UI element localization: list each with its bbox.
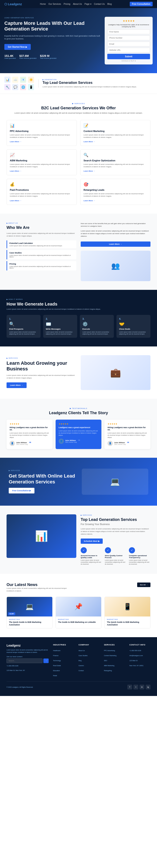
paid-learn-more[interactable]: Learn More → <box>10 200 74 202</box>
footer-link-content[interactable]: Content Marketing <box>104 655 116 656</box>
ppc-desc: Lorem ipsum dolor sit amet consectetur a… <box>10 134 74 138</box>
nav-link-page[interactable]: Page ▾ <box>85 3 91 5</box>
nav-link-about[interactable]: About Us <box>73 3 82 5</box>
form-tagline: Leadgenz help increased the sales of an … <box>107 24 150 28</box>
footer-link-about[interactable]: About Us <box>78 650 85 651</box>
abm-learn-more[interactable]: Learn More → <box>10 170 74 172</box>
who-right-content: Here are some of the benefits that you w… <box>81 222 151 281</box>
nav-link-home[interactable]: Home <box>40 3 46 5</box>
news-body-1: MARKETING The Quick Guide to B2B Marketi… <box>7 617 52 628</box>
content-learn-more[interactable]: Learn More → <box>83 141 147 143</box>
s2-feature-3: ✓ Complete operational Transparency Lore… <box>129 547 151 565</box>
social-instagram[interactable]: ig <box>146 685 151 689</box>
paid-icon: 💰 <box>10 182 74 187</box>
footer-col-company: Company About Us Case Studies Blog Caree… <box>78 644 100 677</box>
form-firstname-input[interactable] <box>107 29 150 34</box>
footer-link-technology[interactable]: Technology <box>53 660 61 661</box>
s2-feature-3-icon: ✓ <box>129 547 135 553</box>
footer-link-retargeting[interactable]: Retargeting <box>104 670 112 671</box>
logo-icon: ⬡ <box>4 2 7 6</box>
social-twitter[interactable]: t <box>133 685 138 689</box>
news-img-2: 📌 <box>56 597 101 617</box>
nav-cta-button[interactable]: Free Consultation <box>130 2 153 6</box>
form-stars-row: ★★★★★ <box>107 20 150 23</box>
paid-desc: Lorem ipsum dolor sit amet consectetur a… <box>10 192 74 197</box>
cta-button[interactable]: Free Consultation ▶ <box>9 488 34 493</box>
nav-link-services[interactable]: Our Services <box>48 3 61 5</box>
form-website-input[interactable] <box>107 48 150 53</box>
footer-link-blog[interactable]: Blog <box>78 660 82 661</box>
s2-subtitle: For Growing Your Business <box>81 523 151 525</box>
icon-box-5: 🔧 <box>4 84 10 90</box>
b2c-desc: Lorem ipsum dolor sit amet consectetur a… <box>6 112 151 115</box>
footer-link-seo[interactable]: SEO <box>104 660 107 661</box>
footer-link-education[interactable]: Education <box>53 670 60 671</box>
footer-link-finance[interactable]: Finance <box>53 655 58 656</box>
news-card-2: 📌 MARKETING The Guide to B2B Marketing o… <box>56 597 102 628</box>
s2-features: ✓ Assured Increase in Quality Leads Lore… <box>81 547 151 565</box>
social-facebook[interactable]: f <box>127 685 132 689</box>
news-desc: Lorem ipsum dolor sit amet consectetur a… <box>6 587 72 592</box>
form-email-input[interactable] <box>107 41 150 46</box>
footer-contact-city[interactable]: New York, NY 10001 <box>129 665 143 666</box>
footer-link-abm[interactable]: ABM Marketing <box>104 665 114 666</box>
retargeting-learn-more[interactable]: Learn More → <box>83 200 147 202</box>
t2-title: Leadgenz was a great experience! <box>59 426 99 429</box>
footer-link-contact[interactable]: Contact <box>78 670 84 671</box>
testimonial-1: ★★★★★ Hiring Leadgenz was a great decisi… <box>6 420 53 449</box>
footer-col-services-heading: Services <box>104 644 125 646</box>
news-item-title-3: The Quick Guide to B2B Marketing Automat… <box>107 621 148 626</box>
footer-search-button[interactable]: → <box>44 658 49 663</box>
form-phone-input[interactable] <box>107 35 150 40</box>
service-card-retargeting: 🎯 Retargeting Leads Lorem ipsum dolor si… <box>80 179 151 205</box>
stat-revenue-label: Client revenue generated <box>19 58 36 59</box>
footer-search-input[interactable] <box>6 658 43 663</box>
services-grid: 📊 PPC Advertising Lorem ipsum dolor sit … <box>6 120 151 205</box>
nav-link-contact[interactable]: Contact Us <box>94 3 105 5</box>
footer-col-contact-list: +1-800-555-0199 info@leadgenz.com 123 Ma… <box>129 648 151 667</box>
cta-title: Get Started With Online Lead Generation … <box>9 473 75 485</box>
footer-col-services-list: PPC Advertising Content Marketing SEO AB… <box>104 648 125 672</box>
footer-col-company-heading: Company <box>78 644 100 646</box>
footer-contact-email[interactable]: info@leadgenz.com <box>129 655 143 656</box>
seo-title: Search Engine Optimization <box>83 159 147 162</box>
news-img-2-icon: 📌 <box>74 603 82 610</box>
retargeting-desc: Lorem ipsum dolor sit amet consectetur a… <box>83 192 147 197</box>
s2-feature-2-desc: Lorem ipsum dolor sit amet consectetur a… <box>105 559 127 565</box>
footer-link-realestate[interactable]: Real Estate <box>53 665 61 666</box>
footer-newsletter-label: Get our best content <box>6 656 23 658</box>
learn-title: Learn About Growing your Business <box>6 361 76 372</box>
nav-link-pricing[interactable]: Pricing <box>64 3 71 5</box>
service-icons-grid: 📊 ☁️ 📧 ☀️ 🔧 💬 🌐 📱 <box>4 76 34 90</box>
news-title: Our Latest News <box>6 583 72 587</box>
step-title-prospects: Find Prospects <box>9 328 38 330</box>
learn-cta-button[interactable]: Learn More → <box>6 382 27 388</box>
footer-link-casestudies[interactable]: Case Studies <box>78 655 88 656</box>
footer-link-careers[interactable]: Careers <box>78 665 84 666</box>
step-icon-close: 🤝 <box>119 321 148 327</box>
news-img-3: 📱 <box>105 597 150 617</box>
s2-cta-button[interactable]: Schedule Meet ▶ <box>81 538 103 544</box>
footer-link-healthcare[interactable]: Healthcare <box>53 650 60 651</box>
who-learn-more-button[interactable]: Learn More → <box>81 242 151 247</box>
footer-contact-street[interactable]: 123 Main St <box>129 660 137 661</box>
logo[interactable]: ⬡ Leadgenz <box>4 2 22 6</box>
footer-contact-phone[interactable]: +1-800-555-0199 <box>129 650 141 651</box>
footer-link-retail[interactable]: Retail <box>53 675 57 676</box>
s2-feature-3-title: Complete operational Transparency <box>129 555 151 559</box>
ppc-learn-more[interactable]: Learn More → <box>10 141 74 143</box>
who-we-are-section: ▶ ABOUT US Who We Are Lorem ipsum dolor … <box>0 214 157 290</box>
social-linkedin[interactable]: in <box>139 685 145 689</box>
hero-cta-button[interactable]: Get Started Now ▶ <box>4 44 31 50</box>
service-card-ppc: 📊 PPC Advertising Lorem ipsum dolor sit … <box>6 120 77 146</box>
s2-desc: Lorem ipsum dolor sit amet consectetur a… <box>81 528 151 535</box>
footer-link-ppc[interactable]: PPC Advertising <box>104 650 115 651</box>
navigation: ⬡ Leadgenz Home Our Services Pricing Abo… <box>0 0 157 8</box>
content-title: Content Marketing <box>83 130 147 132</box>
seo-learn-more[interactable]: Learn More → <box>83 170 147 172</box>
nav-link-blog[interactable]: Blog <box>107 3 112 5</box>
see-all-button[interactable]: See All → <box>137 583 151 587</box>
form-submit-button[interactable]: Submit <box>107 54 150 59</box>
stat-total-label: Total revenue generated <box>40 58 56 59</box>
who-list-item-case: Case Studies Lorem ipsum dolor sit amet … <box>6 250 76 259</box>
